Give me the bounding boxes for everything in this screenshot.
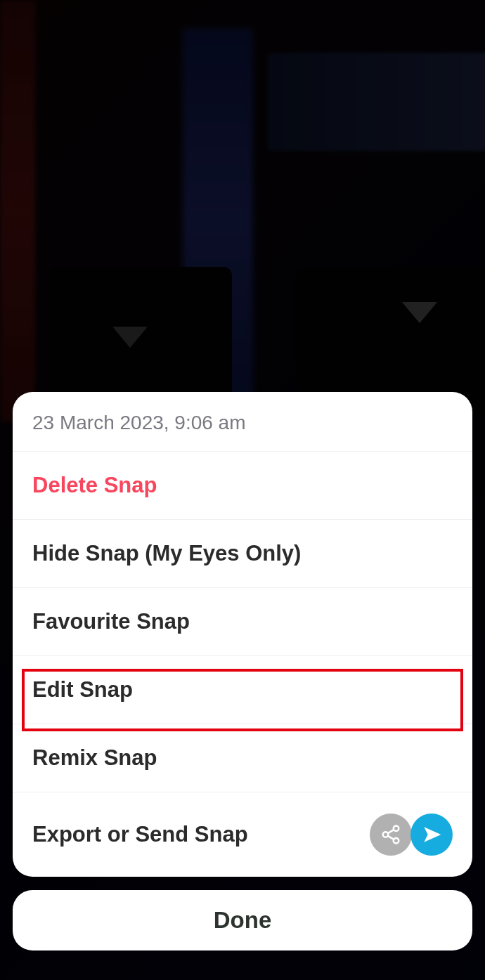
- favourite-snap-button[interactable]: Favourite Snap: [13, 588, 472, 656]
- svg-point-1: [383, 832, 389, 837]
- remix-snap-button[interactable]: Remix Snap: [13, 724, 472, 792]
- done-label: Done: [214, 907, 272, 934]
- done-button[interactable]: Done: [13, 890, 472, 950]
- export-icon-row: [370, 814, 453, 856]
- send-icon[interactable]: [410, 814, 453, 856]
- snap-timestamp: 23 March 2023, 9:06 am: [13, 392, 472, 452]
- hide-snap-button[interactable]: Hide Snap (My Eyes Only): [13, 520, 472, 588]
- svg-point-0: [394, 826, 399, 832]
- svg-line-4: [388, 830, 394, 833]
- delete-snap-button[interactable]: Delete Snap: [13, 452, 472, 520]
- action-sheet: 23 March 2023, 9:06 am Delete Snap Hide …: [13, 392, 472, 877]
- export-snap-button[interactable]: Export or Send Snap: [13, 792, 472, 877]
- delete-snap-label: Delete Snap: [32, 473, 157, 498]
- export-snap-label: Export or Send Snap: [32, 822, 248, 847]
- share-icon[interactable]: [370, 814, 412, 856]
- favourite-snap-label: Favourite Snap: [32, 609, 190, 634]
- remix-snap-label: Remix Snap: [32, 745, 157, 771]
- svg-point-2: [394, 838, 399, 844]
- hide-snap-label: Hide Snap (My Eyes Only): [32, 541, 301, 566]
- edit-snap-button[interactable]: Edit Snap: [13, 656, 472, 724]
- edit-snap-label: Edit Snap: [32, 677, 133, 703]
- svg-line-3: [388, 836, 394, 839]
